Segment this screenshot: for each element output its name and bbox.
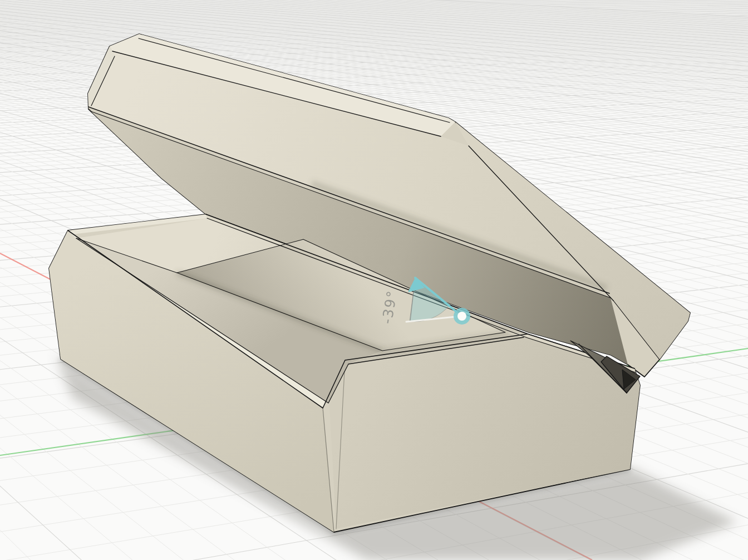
rotation-handle[interactable] [457,312,466,321]
viewport-3d-scene: -39° [0,0,748,560]
cad-viewport: -39° [0,0,748,560]
